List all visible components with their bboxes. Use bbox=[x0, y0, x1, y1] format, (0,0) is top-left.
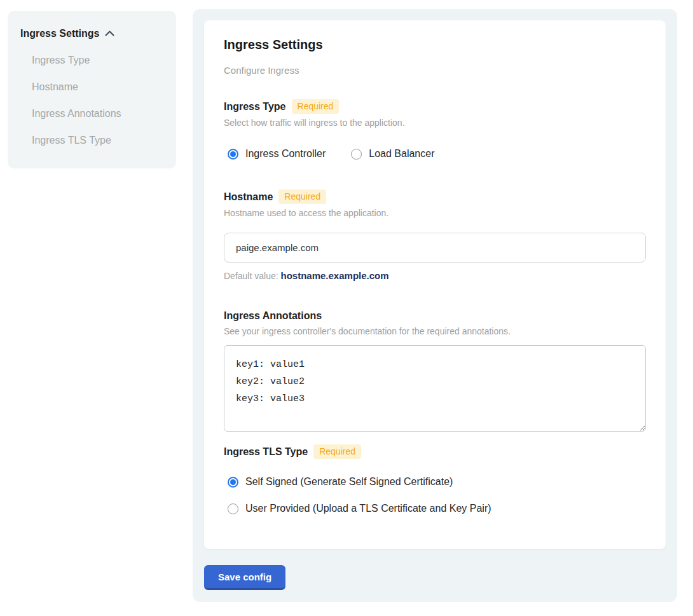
ingress-type-radio-group: Ingress Controller Load Balancer bbox=[228, 147, 646, 160]
radio-option-label: Load Balancer bbox=[369, 147, 434, 160]
ingress-annotations-textarea[interactable]: key1: value1 key2: value2 key3: value3 bbox=[224, 345, 646, 432]
radio-selected-icon bbox=[228, 477, 238, 488]
ingress-type-label: Ingress Type bbox=[224, 100, 286, 113]
page-title: Ingress Settings bbox=[224, 37, 646, 52]
sidebar-item-ingress-type[interactable]: Ingress Type bbox=[32, 54, 163, 66]
tls-radio-self-signed-row: Self Signed (Generate Self Signed Certif… bbox=[228, 476, 646, 488]
field-ingress-type: Ingress Type Required Select how traffic… bbox=[224, 99, 646, 160]
hostname-default-line: Default value: hostname.example.com bbox=[224, 270, 646, 282]
ingress-annotations-label: Ingress Annotations bbox=[224, 310, 322, 322]
ingress-type-label-row: Ingress Type Required bbox=[224, 99, 646, 114]
required-badge: Required bbox=[278, 189, 326, 204]
default-value-text: hostname.example.com bbox=[281, 270, 389, 281]
hostname-help: Hostname used to access the application. bbox=[224, 208, 646, 219]
radio-option-self-signed[interactable]: Self Signed (Generate Self Signed Certif… bbox=[228, 476, 453, 488]
field-hostname: Hostname Required Hostname used to acces… bbox=[224, 189, 646, 282]
radio-option-user-provided[interactable]: User Provided (Upload a TLS Certificate … bbox=[228, 502, 491, 515]
sidebar-item-ingress-tls-type[interactable]: Ingress TLS Type bbox=[32, 134, 163, 146]
sidebar-item-list: Ingress Type Hostname Ingress Annotation… bbox=[20, 54, 163, 146]
required-badge: Required bbox=[313, 444, 361, 459]
field-ingress-tls-type: Ingress TLS Type Required Self Signed (G… bbox=[224, 444, 646, 515]
radio-option-label: User Provided (Upload a TLS Certificate … bbox=[245, 502, 491, 515]
ingress-tls-type-label: Ingress TLS Type bbox=[224, 446, 308, 458]
ingress-type-help: Select how traffic will ingress to the a… bbox=[224, 118, 646, 128]
page-subtitle: Configure Ingress bbox=[224, 65, 646, 76]
sidebar-item-ingress-annotations[interactable]: Ingress Annotations bbox=[32, 107, 163, 120]
ingress-annotations-label-row: Ingress Annotations bbox=[224, 310, 646, 322]
radio-option-label: Self Signed (Generate Self Signed Certif… bbox=[245, 476, 453, 488]
radio-option-label: Ingress Controller bbox=[245, 147, 326, 160]
sidebar-group-ingress-settings[interactable]: Ingress Settings bbox=[20, 27, 163, 39]
chevron-up-icon bbox=[105, 31, 114, 36]
hostname-label: Hostname bbox=[224, 191, 273, 203]
radio-option-ingress-controller[interactable]: Ingress Controller bbox=[228, 147, 326, 160]
ingress-settings-card: Ingress Settings Configure Ingress Ingre… bbox=[204, 20, 666, 549]
required-badge: Required bbox=[292, 99, 340, 114]
radio-unselected-icon bbox=[228, 503, 238, 514]
sidebar-item-hostname[interactable]: Hostname bbox=[32, 81, 163, 93]
ingress-annotations-help: See your ingress controller's documentat… bbox=[224, 326, 646, 337]
field-ingress-annotations: Ingress Annotations See your ingress con… bbox=[224, 310, 646, 432]
save-config-button[interactable]: Save config bbox=[204, 565, 285, 590]
hostname-label-row: Hostname Required bbox=[224, 189, 646, 204]
radio-option-load-balancer[interactable]: Load Balancer bbox=[351, 147, 434, 160]
tls-radio-user-provided-row: User Provided (Upload a TLS Certificate … bbox=[228, 502, 646, 515]
default-value-prefix: Default value: bbox=[224, 271, 281, 281]
settings-panel: Ingress Settings Configure Ingress Ingre… bbox=[193, 9, 677, 602]
hostname-input[interactable] bbox=[224, 233, 646, 263]
ingress-tls-type-label-row: Ingress TLS Type Required bbox=[224, 444, 646, 459]
sidebar-group-label: Ingress Settings bbox=[20, 27, 99, 39]
radio-selected-icon bbox=[228, 149, 238, 160]
sidebar-nav: Ingress Settings Ingress Type Hostname I… bbox=[8, 11, 176, 168]
radio-unselected-icon bbox=[351, 149, 362, 160]
